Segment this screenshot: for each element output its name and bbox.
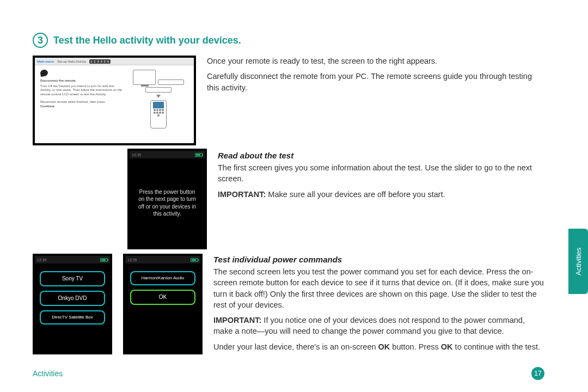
battery-icon bbox=[195, 153, 203, 157]
section1-p1: The first screen gives you some informat… bbox=[218, 162, 544, 185]
step-number-badge: 3 bbox=[33, 33, 48, 48]
device-button-onkyo-dvd[interactable]: Onkyo DVD bbox=[40, 291, 105, 306]
device-button-directv[interactable]: DirecTV Satellite Box bbox=[40, 310, 105, 324]
remote-screen-devices-2: 12:35 Harmon/Kardon Audio OK bbox=[123, 254, 203, 354]
device-diagram bbox=[128, 70, 188, 128]
remote-time: 12:35 bbox=[127, 258, 137, 262]
section2-p2: Under your last device, there's is an on… bbox=[213, 341, 544, 352]
remote-intro-message: Press the power button on the next page … bbox=[134, 188, 200, 218]
pc-reconnect-text: Reconnect remote when finished, then pre… bbox=[40, 100, 125, 105]
tv-icon bbox=[133, 70, 156, 85]
section1-important: IMPORTANT: Make sure all your devices ar… bbox=[218, 189, 544, 200]
speech-bubble-icon bbox=[40, 69, 48, 77]
pc-main-menu-link: Main menu bbox=[37, 60, 54, 63]
side-tab-activities[interactable]: Activities bbox=[568, 229, 588, 294]
pc-setup-label: Set up Hello Activity bbox=[57, 60, 86, 63]
receiver-icon bbox=[158, 79, 184, 85]
page-number: 17 bbox=[531, 367, 544, 380]
section2-heading: Test individual power commands bbox=[213, 254, 544, 265]
remote-time: 12:35 bbox=[132, 153, 142, 157]
remote-screen-read-test: 12:35 Press the power button on the next… bbox=[127, 149, 207, 249]
section2-p1: The second screen lets you test the powe… bbox=[213, 266, 544, 310]
pc-screenshot: Main menu Set up Hello Activity 1 2 3 4 … bbox=[33, 56, 196, 145]
section2-important: IMPORTANT: If you notice one of your dev… bbox=[213, 315, 544, 337]
device-button-harmon-kardon[interactable]: Harmon/Kardon Audio bbox=[130, 271, 195, 285]
remote-screen-devices-1: 12:35 Sony TV Onkyo DVD DirecTV Satellit… bbox=[33, 254, 112, 354]
remote-icon bbox=[150, 100, 167, 128]
component-icon bbox=[145, 87, 171, 93]
step-title: Test the Hello activity with your device… bbox=[53, 35, 241, 46]
pc-disconnect-heading: Disconnect the remote. bbox=[40, 79, 125, 83]
battery-icon bbox=[191, 258, 198, 262]
battery-icon bbox=[100, 258, 108, 262]
intro-p2: Carefully disconnect the remote from you… bbox=[207, 71, 544, 93]
intro-p1: Once your remote is ready to test, the s… bbox=[207, 56, 544, 66]
arrow-down-icon bbox=[156, 95, 161, 98]
pc-step-indicator: 1 2 3 4 5 6 bbox=[89, 59, 111, 64]
device-button-sony-tv[interactable]: Sony TV bbox=[40, 271, 105, 286]
pc-body-text: Turn Off the Devices you intend to turn … bbox=[40, 84, 125, 97]
ok-button[interactable]: OK bbox=[130, 290, 195, 305]
section1-heading: Read about the test bbox=[218, 150, 544, 161]
remote-time: 12:35 bbox=[37, 258, 47, 262]
footer-section: Activities bbox=[33, 369, 63, 378]
pc-continue-label: Continue bbox=[40, 105, 125, 109]
